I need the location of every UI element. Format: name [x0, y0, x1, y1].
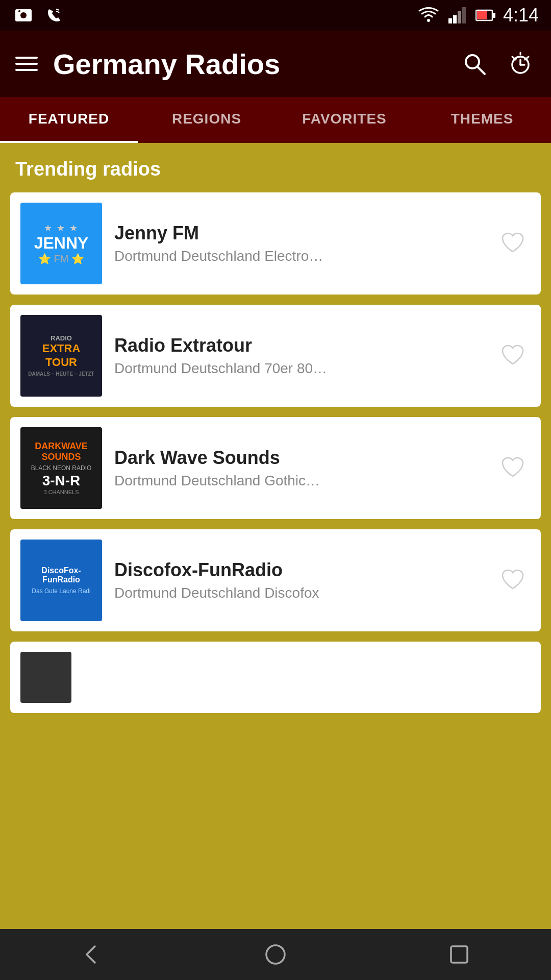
page-title: Germany Radios: [53, 47, 280, 81]
svg-point-1: [20, 12, 27, 18]
status-time: 4:14: [503, 5, 539, 26]
radio-name-3: Dark Wave Sounds: [114, 447, 483, 469]
photo-icon: [12, 4, 35, 27]
svg-point-19: [266, 945, 285, 964]
svg-point-3: [427, 19, 430, 22]
radio-info-3: Dark Wave Sounds Dortmund Deutschland Go…: [114, 447, 483, 489]
favorite-button-1[interactable]: [495, 226, 531, 261]
tab-favorites[interactable]: FAVORITES: [276, 97, 413, 143]
radio-name-2: Radio Extratour: [114, 335, 483, 356]
favorite-button-4[interactable]: [495, 562, 531, 598]
header-left: Germany Radios: [15, 47, 280, 81]
tabs-bar: FEATURED REGIONS FAVORITES THEMES: [0, 97, 551, 143]
content-wrapper: Trending radios ★ ★ ★ JENNY ⭐ FM ⭐ Jenny…: [0, 143, 551, 785]
back-button[interactable]: [71, 934, 112, 975]
svg-point-2: [18, 10, 20, 12]
svg-rect-4: [448, 18, 452, 23]
svg-rect-5: [453, 15, 457, 23]
radio-info-4: Discofox-FunRadio Dortmund Deutschland D…: [114, 559, 483, 601]
alarm-button[interactable]: [505, 48, 536, 79]
status-bar: 4:14: [0, 0, 551, 31]
radio-thumb-3: DARKWAVE SOUNDS BLACK NEON RADIO 3-N-R 3…: [20, 427, 102, 509]
radio-desc-2: Dortmund Deutschland 70er 80…: [114, 360, 483, 377]
menu-button[interactable]: [15, 57, 38, 71]
radio-name-1: Jenny FM: [114, 223, 483, 244]
header-right: [459, 48, 536, 79]
radio-thumb-1: ★ ★ ★ JENNY ⭐ FM ⭐: [20, 203, 102, 284]
home-button[interactable]: [255, 934, 296, 975]
radio-card-1[interactable]: ★ ★ ★ JENNY ⭐ FM ⭐ Jenny FM Dortmund Deu…: [10, 192, 541, 295]
tab-featured[interactable]: FEATURED: [0, 97, 138, 143]
phone-icon: [43, 4, 65, 27]
radio-card-3[interactable]: DARKWAVE SOUNDS BLACK NEON RADIO 3-N-R 3…: [10, 417, 541, 519]
svg-rect-9: [493, 13, 495, 18]
radio-desc-1: Dortmund Deutschland Electro…: [114, 248, 483, 264]
radio-desc-3: Dortmund Deutschland Gothic…: [114, 473, 483, 489]
recents-button[interactable]: [439, 934, 480, 975]
svg-line-12: [478, 67, 485, 74]
status-bar-right: 4:14: [417, 4, 539, 27]
radio-name-4: Discofox-FunRadio: [114, 559, 483, 581]
radio-thumb-2: RADIO EXTRA TOUR Damals – Heute – Jetzt: [20, 315, 102, 397]
content-area: Trending radios ★ ★ ★ JENNY ⭐ FM ⭐ Jenny…: [0, 143, 551, 728]
svg-rect-6: [458, 11, 461, 23]
wifi-icon: [417, 4, 440, 27]
radio-thumb-4: DiscoFox- FunRadio Das Gute Laune Radi: [20, 540, 102, 621]
status-bar-left: [12, 4, 65, 27]
radio-info-2: Radio Extratour Dortmund Deutschland 70e…: [114, 335, 483, 377]
favorite-button-3[interactable]: [495, 450, 531, 486]
search-button[interactable]: [459, 48, 490, 79]
app-header: Germany Radios: [0, 31, 551, 97]
svg-rect-10: [477, 11, 487, 19]
radio-card-4[interactable]: DiscoFox- FunRadio Das Gute Laune Radi D…: [10, 529, 541, 631]
bottom-nav: [0, 929, 551, 980]
battery-icon: [474, 4, 497, 27]
radio-thumb-5: [20, 652, 71, 703]
radio-card-2[interactable]: RADIO EXTRA TOUR Damals – Heute – Jetzt …: [10, 305, 541, 407]
tab-regions[interactable]: REGIONS: [138, 97, 276, 143]
favorite-button-2[interactable]: [495, 338, 531, 374]
signal-icon: [446, 4, 468, 27]
svg-rect-7: [462, 7, 466, 23]
section-title: Trending radios: [10, 158, 541, 180]
radio-desc-4: Dortmund Deutschland Discofox: [114, 585, 483, 601]
radio-card-5[interactable]: [10, 642, 541, 713]
radio-info-1: Jenny FM Dortmund Deutschland Electro…: [114, 223, 483, 264]
tab-themes[interactable]: THEMES: [413, 97, 551, 143]
svg-rect-20: [451, 946, 467, 963]
